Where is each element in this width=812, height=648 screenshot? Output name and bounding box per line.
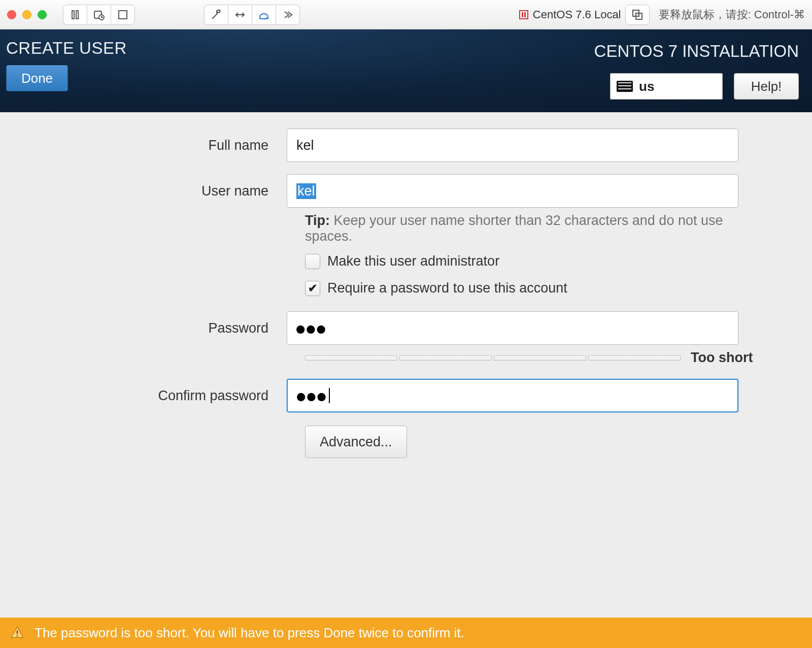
password-label: Password (53, 320, 287, 336)
strength-seg (494, 355, 586, 361)
fullname-label: Full name (53, 138, 287, 153)
vm-title-text: CentOS 7.6 Local (533, 8, 621, 21)
svg-rect-1 (76, 11, 78, 19)
admin-checkbox-label: Make this user administrator (327, 253, 499, 269)
parallels-icon (519, 10, 529, 20)
svg-rect-12 (17, 635, 18, 636)
keyboard-layout-label: us (639, 79, 654, 94)
disk-icon[interactable] (252, 5, 276, 25)
keyboard-icon (617, 81, 633, 92)
vm-title: CentOS 7.6 Local (519, 8, 621, 21)
done-button[interactable]: Done (6, 65, 68, 91)
fullscreen-button[interactable] (111, 5, 135, 25)
username-input[interactable]: kel (287, 174, 738, 208)
resize-icon[interactable] (228, 5, 252, 25)
advanced-button[interactable]: Advanced... (305, 426, 407, 458)
warning-text: The password is too short. You will have… (35, 625, 464, 641)
confirm-password-value: ●●● (297, 388, 328, 404)
require-password-checkbox[interactable] (305, 281, 320, 296)
pause-vm-button[interactable] (63, 5, 87, 25)
svg-rect-0 (72, 11, 74, 19)
warning-icon (10, 626, 24, 640)
svg-rect-6 (520, 11, 528, 19)
svg-rect-8 (524, 12, 526, 17)
svg-rect-4 (119, 11, 127, 19)
tip-prefix: Tip: (305, 213, 330, 228)
window-traffic-lights (7, 10, 47, 19)
username-tip: Tip: Keep your user name shorter than 32… (305, 213, 759, 244)
anaconda-header: CREATE USER Done CENTOS 7 INSTALLATION u… (0, 29, 812, 112)
svg-point-5 (266, 17, 267, 18)
keyboard-layout-selector[interactable]: us (610, 73, 723, 100)
coherence-icon[interactable] (625, 5, 650, 25)
password-strength-meter (305, 355, 681, 361)
vm-tools-group (204, 5, 300, 25)
help-button[interactable]: Help! (734, 73, 799, 100)
mac-toolbar: CentOS 7.6 Local 要释放鼠标，请按: Control-⌘ (0, 0, 812, 29)
username-label: User name (53, 183, 287, 199)
password-strength-label: Too short (691, 350, 753, 366)
require-password-label: Require a password to use this account (327, 280, 567, 296)
strength-seg (399, 355, 492, 361)
snapshot-button[interactable] (87, 5, 111, 25)
settings-icon[interactable] (204, 5, 228, 25)
page-title: CREATE USER (6, 39, 127, 58)
admin-checkbox[interactable] (305, 254, 320, 269)
release-mouse-hint: 要释放鼠标，请按: Control-⌘ (659, 7, 805, 22)
username-value: kel (296, 183, 316, 199)
more-icon[interactable] (276, 5, 300, 25)
fullname-input[interactable] (287, 128, 738, 162)
svg-rect-7 (522, 12, 523, 17)
close-window-icon[interactable] (7, 10, 16, 19)
warning-bar: The password is too short. You will have… (0, 618, 812, 648)
password-input[interactable]: ●●● (287, 311, 738, 345)
minimize-window-icon[interactable] (22, 10, 31, 19)
vm-control-group (63, 5, 135, 25)
strength-seg (588, 355, 681, 361)
strength-seg (305, 355, 397, 361)
form-area: Full name User name kel Tip: Keep your u… (0, 112, 812, 618)
installation-title: CENTOS 7 INSTALLATION (594, 42, 799, 61)
text-cursor-icon (329, 388, 330, 403)
password-value: ●●● (296, 320, 327, 336)
confirm-password-input[interactable]: ●●● (287, 379, 738, 412)
svg-rect-11 (17, 630, 18, 634)
tip-text: Keep your user name shorter than 32 char… (305, 213, 723, 244)
maximize-window-icon[interactable] (38, 10, 47, 19)
confirm-password-label: Confirm password (53, 388, 287, 404)
